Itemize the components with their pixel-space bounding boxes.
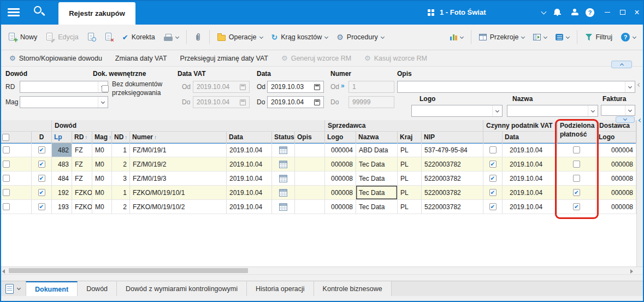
- table-row[interactable]: 482FZM01FZ/M0/19/12019.10.04000004ABD Da…: [0, 143, 636, 157]
- podzielona-platnosc-checkbox[interactable]: [573, 203, 580, 210]
- select-all-checkbox[interactable]: [2, 134, 9, 141]
- company-chevron-down-icon[interactable]: [537, 0, 550, 25]
- chevron-down-icon[interactable]: [460, 34, 464, 38]
- chevron-down-icon[interactable]: [543, 34, 547, 38]
- layout-settings-button[interactable]: [552, 31, 573, 43]
- d-checkbox[interactable]: [38, 189, 45, 196]
- tab-dowod-z-wymiarami-kontrolingowymi[interactable]: Dowód z wymiarami kontrolingowymi: [117, 281, 247, 296]
- row-select-checkbox[interactable]: [3, 189, 10, 196]
- czynny-podatnik-checkbox[interactable]: [489, 161, 497, 168]
- chevron-down-icon[interactable]: [17, 286, 21, 290]
- header-d[interactable]: D: [32, 132, 52, 143]
- row-select-checkbox[interactable]: [3, 203, 10, 210]
- row-select-checkbox[interactable]: [3, 146, 10, 153]
- d-checkbox[interactable]: [38, 161, 45, 168]
- korekta-button[interactable]: ✔ Korekta: [119, 31, 159, 44]
- mag-filter-combobox[interactable]: [20, 96, 108, 108]
- maximize-button[interactable]: [616, 0, 629, 25]
- company-selector[interactable]: 1 - Foto Świat: [428, 0, 486, 25]
- group-dowod[interactable]: Dowód: [52, 120, 325, 132]
- combo-dropdown-button[interactable]: [625, 81, 635, 92]
- search-icon[interactable]: [34, 6, 47, 19]
- czynny-podatnik-checkbox[interactable]: [489, 203, 497, 210]
- print-button[interactable]: [160, 31, 182, 44]
- attachments-button[interactable]: [191, 30, 205, 44]
- collapse-panel-button[interactable]: [611, 61, 632, 68]
- horizontal-scrollbar[interactable]: [0, 267, 644, 274]
- header-podzielona-platnosc[interactable]: Podzielona płatność: [557, 120, 596, 143]
- chevron-down-icon[interactable]: [566, 34, 570, 38]
- help-button[interactable]: ?: [617, 30, 640, 44]
- header-data[interactable]: Data: [227, 132, 272, 143]
- d-checkbox[interactable]: [38, 203, 45, 210]
- opis-filter-combobox[interactable]: [397, 81, 635, 93]
- group-czynny-podatnik-vat[interactable]: Czynny podatnik VAT: [483, 120, 557, 132]
- tab-kontrole-biznesowe[interactable]: Kontrole biznesowe: [314, 281, 392, 296]
- calendar-icon[interactable]: [314, 84, 320, 90]
- close-button[interactable]: ×: [630, 0, 643, 25]
- table-row[interactable]: 484FZM03FZ/M0/19/32019.10.04000008Tec Da…: [0, 171, 636, 186]
- podzielona-platnosc-checkbox[interactable]: [573, 175, 580, 182]
- expand-filter-button[interactable]: [616, 116, 635, 123]
- krag-kosztow-button[interactable]: ↻ Krąg kosztów: [268, 31, 332, 44]
- przeksieguj-button[interactable]: Przeksięguj zmianę daty VAT: [175, 53, 273, 64]
- view-selector[interactable]: [0, 281, 26, 296]
- podzielona-platnosc-checkbox[interactable]: [573, 146, 580, 153]
- przekroje-button[interactable]: Przekroje: [475, 31, 529, 44]
- header-czynny-data[interactable]: Data: [503, 132, 557, 143]
- header-nazwa[interactable]: Nazwa: [356, 132, 398, 143]
- tab-rejestr-zakupow[interactable]: Rejestr zakupów: [58, 2, 135, 25]
- d-checkbox[interactable]: [38, 146, 45, 153]
- minimize-button[interactable]: [601, 0, 614, 25]
- header-mag[interactable]: Mag↑: [92, 132, 112, 143]
- view-panel-button[interactable]: [529, 31, 551, 43]
- row-select-checkbox[interactable]: [3, 161, 10, 168]
- table-row[interactable]: 193FZKOM02FZKO/M0/19/10/22019.10.0400000…: [0, 200, 636, 214]
- user-icon[interactable]: [568, 0, 581, 25]
- chevron-down-icon[interactable]: [175, 34, 179, 38]
- tab-historia-operacji[interactable]: Historia operacji: [247, 281, 314, 296]
- combo-dropdown-button[interactable]: [588, 105, 598, 116]
- group-sprzedawca[interactable]: Sprzedawca: [325, 120, 483, 132]
- delete-button[interactable]: ×: [101, 30, 117, 44]
- tab-dokument[interactable]: Dokument: [26, 281, 78, 296]
- header-rd[interactable]: RD↑: [72, 132, 92, 143]
- procedury-button[interactable]: ⚙ Procedury: [333, 31, 388, 44]
- czynny-podatnik-checkbox[interactable]: [489, 146, 497, 153]
- chevron-down-icon[interactable]: [521, 34, 525, 38]
- chevron-down-icon[interactable]: [381, 34, 385, 38]
- header-nd[interactable]: ND↑: [112, 132, 130, 143]
- filter-scroll-left-icon[interactable]: [637, 83, 641, 87]
- header-lp[interactable]: Lp: [52, 132, 72, 143]
- hamburger-menu-icon[interactable]: [8, 8, 20, 16]
- preview-button[interactable]: [84, 30, 100, 44]
- faktura-filter-combobox[interactable]: [601, 105, 635, 116]
- d-checkbox[interactable]: [38, 175, 45, 182]
- header-sprzedawca-logo[interactable]: Logo: [325, 132, 356, 143]
- podzielona-platnosc-checkbox[interactable]: [573, 189, 580, 196]
- notifications-bell-icon[interactable]: [551, 0, 564, 25]
- row-select-checkbox[interactable]: [3, 175, 10, 182]
- chevron-down-icon[interactable]: [259, 34, 263, 38]
- header-nip[interactable]: NIP: [422, 132, 483, 143]
- logo-filter-combobox[interactable]: [411, 105, 503, 117]
- nowy-button[interactable]: + Nowy: [4, 30, 41, 44]
- operacje-button[interactable]: Operacje: [214, 31, 267, 44]
- scroll-left-arrow[interactable]: [2, 269, 5, 274]
- rd-filter-combobox[interactable]: [20, 81, 108, 93]
- combo-dropdown-button[interactable]: [492, 105, 502, 116]
- header-opis[interactable]: Opis: [295, 132, 325, 143]
- data-od-field[interactable]: 2019.10.03: [267, 81, 324, 93]
- tab-dowod[interactable]: Dowód: [78, 281, 117, 296]
- bez-dokumentow-checkbox[interactable]: [102, 85, 109, 92]
- czynny-podatnik-checkbox[interactable]: [489, 175, 497, 182]
- storno-kopiowanie-button[interactable]: ⚙ Storno/Kopiowanie dowodu: [4, 53, 107, 64]
- combo-dropdown-button[interactable]: [98, 97, 108, 108]
- data-do-field[interactable]: 2019.10.04: [267, 96, 324, 108]
- header-status[interactable]: Status: [272, 132, 295, 143]
- table-row[interactable]: 483FZM02FZ/M0/19/22019.10.04000008Tec Da…: [0, 157, 636, 171]
- header-kraj[interactable]: Kraj: [398, 132, 422, 143]
- analysis-button[interactable]: [446, 31, 467, 43]
- nazwa-filter-combobox[interactable]: [507, 105, 598, 117]
- podzielona-platnosc-checkbox[interactable]: [573, 161, 580, 168]
